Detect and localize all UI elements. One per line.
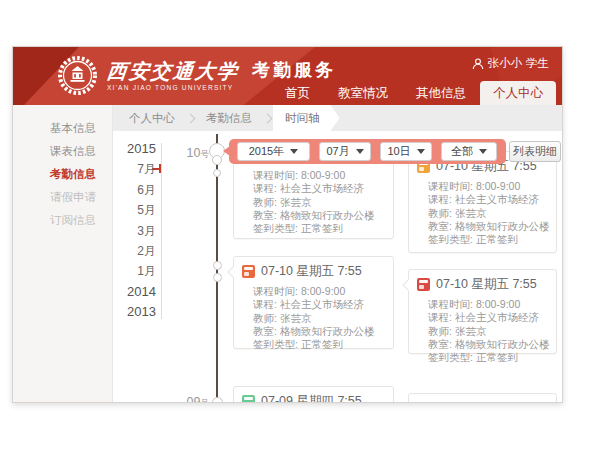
app-title: 考勤服务 [252,58,336,82]
nav-item-home[interactable]: 首页 [271,81,324,105]
month-select[interactable]: 07月 [319,142,371,161]
card-fields: 课程时间:8:00-9:00 课程:社会主义市场经济 教师:张芸京 教室:格物致… [409,177,556,252]
card-fields: 课程时间:8:00-9:00 课程:社会主义市场经济 教师:张芸京 教室:格物致… [234,160,393,241]
caret-down-icon [417,149,425,154]
user-name: 张小小 [488,56,523,71]
calendar-icon [417,278,430,291]
timeline-node [213,169,221,177]
university-name-cn: 西安交通大学 [106,60,240,82]
user-icon [472,58,484,70]
scale-divider-line [161,143,162,319]
university-name-en: XI'AN JIAO TONG UNIVERSITY [107,84,239,91]
card-fields: 课程时间:8:00-9:00 课程:社会主义市场经济 教师:张芸京 教室:格物致… [409,295,556,370]
timeline-scale-item[interactable]: 6月 [113,180,156,200]
attendance-card [408,393,557,403]
timeline-scale-item[interactable]: 2014 [113,282,156,302]
calendar-icon [242,265,255,278]
card-fields: 课程时间:8:00-9:00 课程:社会主义市场经济 教师:张芸京 教室:格物致… [234,282,393,357]
timeline-node [213,261,222,270]
card-title: 07-09 星期四 7:55 [261,393,362,403]
list-detail-button[interactable]: 列表明细 [509,141,561,162]
timeline-scale-item[interactable]: 5月 [113,200,156,220]
caret-down-icon [290,149,298,154]
user-role: 学生 [526,56,549,71]
breadcrumb-personal-center[interactable]: 个人中心 [119,105,185,131]
caret-down-icon [356,149,364,154]
breadcrumb-timeline: 时间轴 [273,105,340,131]
day-marker-10: 10号 [169,143,209,161]
sidebar-item-basic-info[interactable]: 基本信息 [13,117,112,140]
sidebar-item-subscription-info[interactable]: 订阅信息 [13,209,112,232]
card-title: 07-10 星期五 7:55 [261,263,362,280]
nav-item-other-info[interactable]: 其他信息 [402,81,480,105]
nav-item-personal-center[interactable]: 个人中心 [480,81,556,105]
card-header: 07-09 星期四 7:55 [234,387,393,403]
app-header: 西安交通大学 XI'AN JIAO TONG UNIVERSITY 考勤服务 张… [13,47,562,105]
attendance-card: 07-10 星期五 7:55 课程时间:8:00-9:00 课程:社会主义市场经… [408,151,557,253]
sidebar-item-attendance-info[interactable]: 考勤信息 [13,163,112,186]
chevron-right-icon [186,113,196,123]
year-select[interactable]: 2015年 [237,142,310,161]
card-header: 07-10 星期五 7:55 [234,257,393,282]
timeline-scale: 2015 7月 6月 5月 3月 2月 1月 2014 2013 [113,139,156,323]
main-nav: 首页 教室情况 其他信息 个人中心 [271,81,556,105]
timeline-scale-item[interactable]: 2013 [113,302,156,322]
card-title: 07-10 星期五 7:55 [436,276,537,293]
attendance-card: 07-10 星期五 7:55 课程时间:8:00-9:00 课程:社会主义市场经… [233,256,394,349]
attendance-card: 07-09 星期四 7:55 [233,386,394,403]
chevron-right-icon [263,113,273,123]
calendar-icon [242,395,255,403]
attendance-card: 07-10 星期五 7:55 课程时间:8:00-9:00 课程:社会主义市场经… [408,269,557,354]
sidebar-item-leave-request[interactable]: 请假申请 [13,186,112,209]
timeline-node [212,397,223,403]
user-info: 张小小 学生 [472,56,550,71]
type-select[interactable]: 全部 [441,142,497,161]
timeline-scale-item[interactable]: 2015 [113,139,156,159]
filter-bar: 2015年 07月 10日 全部 [229,139,506,164]
app-window: 西安交通大学 XI'AN JIAO TONG UNIVERSITY 考勤服务 张… [12,46,563,403]
timeline-scale-item[interactable]: 2月 [113,241,156,261]
timeline-scale-item[interactable]: 3月 [113,221,156,241]
day-marker-09: 09号 [169,392,209,403]
timeline-content: 2015 7月 6月 5月 3月 2月 1月 2014 2013 10号 09号 [113,131,562,402]
timeline-node [213,273,222,282]
day-select[interactable]: 10日 [380,142,432,161]
timeline-scale-item[interactable]: 1月 [113,261,156,281]
breadcrumb-attendance-info[interactable]: 考勤信息 [196,105,262,131]
caret-down-icon [479,149,487,154]
timeline-node [212,155,222,165]
card-header: 07-10 星期五 7:55 [409,270,556,295]
timeline-scale-item[interactable]: 7月 [113,159,156,179]
nav-item-classrooms[interactable]: 教室情况 [324,81,402,105]
breadcrumb-bar: 个人中心 考勤信息 时间轴 [113,105,562,131]
sidebar-item-schedule-info[interactable]: 课表信息 [13,140,112,163]
university-name-block: 西安交通大学 XI'AN JIAO TONG UNIVERSITY [107,60,239,91]
university-logo-icon [57,55,98,96]
sidebar: 基本信息 课表信息 考勤信息 请假申请 订阅信息 [13,105,113,402]
attendance-card: 课程时间:8:00-9:00 课程:社会主义市场经济 教师:张芸京 教室:格物致… [233,159,394,239]
breadcrumb: 个人中心 考勤信息 时间轴 [113,105,562,131]
